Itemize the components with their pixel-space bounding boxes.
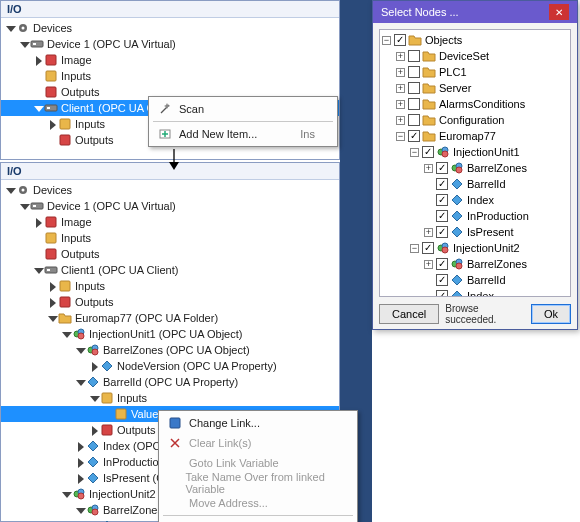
checkbox[interactable] xyxy=(436,162,448,174)
node-devices[interactable]: Devices xyxy=(1,20,339,36)
dialog-tree[interactable]: −Objects +DeviceSet +PLC1 +Server +Alarm… xyxy=(379,29,571,297)
node-iu1-barrel[interactable]: BarrelZones (OPC UA Object) xyxy=(1,342,339,358)
dlg-node-objects[interactable]: −Objects xyxy=(382,32,568,48)
node-iu1-nodever[interactable]: NodeVersion (OPC UA Property) xyxy=(1,358,339,374)
ok-button[interactable]: Ok xyxy=(531,304,571,324)
menu-scan[interactable]: Scan xyxy=(151,99,335,119)
node-euromap77[interactable]: Euromap77 (OPC UA Folder) xyxy=(1,310,339,326)
checkbox[interactable] xyxy=(436,194,448,206)
expander-icon[interactable] xyxy=(19,201,30,212)
checkbox[interactable] xyxy=(436,210,448,222)
expander-icon[interactable] xyxy=(89,425,100,436)
expander-icon[interactable] xyxy=(75,473,86,484)
menu-add-new-item[interactable]: Add New Item...Ins xyxy=(151,124,335,144)
node-iu1[interactable]: InjectionUnit1 (OPC UA Object) xyxy=(1,326,339,342)
expand-icon[interactable]: + xyxy=(424,164,433,173)
checkbox[interactable] xyxy=(408,50,420,62)
collapse-icon[interactable]: − xyxy=(396,132,405,141)
expander-icon[interactable] xyxy=(47,281,58,292)
checkbox[interactable] xyxy=(408,98,420,110)
expander-icon[interactable] xyxy=(5,185,16,196)
menu-online-write[interactable]: Online Write... xyxy=(161,518,355,522)
expander-icon[interactable] xyxy=(33,103,44,114)
collapse-icon[interactable]: − xyxy=(410,244,419,253)
checkbox[interactable] xyxy=(436,178,448,190)
dlg-node-iu2[interactable]: −InjectionUnit2 xyxy=(382,240,568,256)
dlg-node-iu1[interactable]: −InjectionUnit1 xyxy=(382,144,568,160)
node-client1[interactable]: Client1 (OPC UA Client) xyxy=(1,262,339,278)
dlg-node-euromap77[interactable]: −Euromap77 xyxy=(382,128,568,144)
checkbox[interactable] xyxy=(394,34,406,46)
expand-icon[interactable]: + xyxy=(396,52,405,61)
expander-icon[interactable] xyxy=(33,265,44,276)
dlg-node-iu1-index[interactable]: Index xyxy=(382,192,568,208)
expander-icon[interactable] xyxy=(75,505,86,516)
dlg-node-iu1-barrelid[interactable]: BarrelId xyxy=(382,176,568,192)
dlg-node-iu2-barrelid[interactable]: BarrelId xyxy=(382,272,568,288)
dialog-titlebar[interactable]: Select Nodes ... ✕ xyxy=(373,1,577,23)
checkbox[interactable] xyxy=(436,258,448,270)
expander-icon[interactable] xyxy=(33,55,44,66)
expander-icon[interactable] xyxy=(19,39,30,50)
expander-icon[interactable] xyxy=(75,345,86,356)
expander-icon[interactable] xyxy=(33,217,44,228)
collapse-icon[interactable]: − xyxy=(410,148,419,157)
node-devices[interactable]: Devices xyxy=(1,182,339,198)
expand-icon[interactable]: + xyxy=(396,84,405,93)
dlg-node-iu1-barrel[interactable]: +BarrelZones xyxy=(382,160,568,176)
node-device1[interactable]: Device 1 (OPC UA Virtual) xyxy=(1,36,339,52)
checkbox[interactable] xyxy=(422,146,434,158)
menu-change-link[interactable]: Change Link... xyxy=(161,413,355,433)
expander-icon[interactable] xyxy=(89,393,100,404)
dlg-node-deviceset[interactable]: +DeviceSet xyxy=(382,48,568,64)
dlg-node-iu2-index[interactable]: Index xyxy=(382,288,568,297)
close-button[interactable]: ✕ xyxy=(549,4,569,20)
expand-icon[interactable]: + xyxy=(424,228,433,237)
node-image[interactable]: Image xyxy=(1,214,339,230)
cancel-button[interactable]: Cancel xyxy=(379,304,439,324)
opc-client-icon xyxy=(44,101,58,115)
expander-icon[interactable] xyxy=(47,313,58,324)
expander-icon[interactable] xyxy=(47,119,58,130)
node-outputs[interactable]: Outputs xyxy=(1,246,339,262)
node-device1[interactable]: Device 1 (OPC UA Virtual) xyxy=(1,198,339,214)
checkbox[interactable] xyxy=(408,82,420,94)
checkbox[interactable] xyxy=(436,290,448,297)
dlg-node-plc1[interactable]: +PLC1 xyxy=(382,64,568,80)
expand-icon[interactable]: + xyxy=(396,68,405,77)
expander-icon[interactable] xyxy=(5,23,16,34)
devices-icon xyxy=(16,21,30,35)
expand-icon[interactable]: + xyxy=(396,116,405,125)
folder-icon xyxy=(58,311,72,325)
devices-icon xyxy=(16,183,30,197)
node-client1-outputs[interactable]: Outputs xyxy=(1,294,339,310)
expander-icon[interactable] xyxy=(75,377,86,388)
expander-icon[interactable] xyxy=(75,457,86,468)
expander-icon[interactable] xyxy=(75,441,86,452)
checkbox[interactable] xyxy=(422,242,434,254)
expander-icon[interactable] xyxy=(47,297,58,308)
expand-icon[interactable]: + xyxy=(424,260,433,269)
checkbox[interactable] xyxy=(408,114,420,126)
checkbox[interactable] xyxy=(408,66,420,78)
dlg-node-alarms[interactable]: +AlarmsConditions xyxy=(382,96,568,112)
node-iu1-inputs[interactable]: Inputs xyxy=(1,390,339,406)
collapse-icon[interactable]: − xyxy=(382,36,391,45)
expander-icon[interactable] xyxy=(89,361,100,372)
node-iu1-barrelid[interactable]: BarrelId (OPC UA Property) xyxy=(1,374,339,390)
dlg-node-iu1-ispres[interactable]: +IsPresent xyxy=(382,224,568,240)
dlg-node-iu2-barrel[interactable]: +BarrelZones xyxy=(382,256,568,272)
checkbox[interactable] xyxy=(436,274,448,286)
checkbox[interactable] xyxy=(436,226,448,238)
checkbox[interactable] xyxy=(408,130,420,142)
expander-icon[interactable] xyxy=(61,329,72,340)
dlg-node-config[interactable]: +Configuration xyxy=(382,112,568,128)
node-image[interactable]: Image xyxy=(1,52,339,68)
node-client1-inputs[interactable]: Inputs xyxy=(1,278,339,294)
node-inputs[interactable]: Inputs xyxy=(1,230,339,246)
expander-icon[interactable] xyxy=(61,489,72,500)
node-inputs[interactable]: Inputs xyxy=(1,68,339,84)
dlg-node-iu1-inprod[interactable]: InProduction xyxy=(382,208,568,224)
expand-icon[interactable]: + xyxy=(396,100,405,109)
dlg-node-server[interactable]: +Server xyxy=(382,80,568,96)
